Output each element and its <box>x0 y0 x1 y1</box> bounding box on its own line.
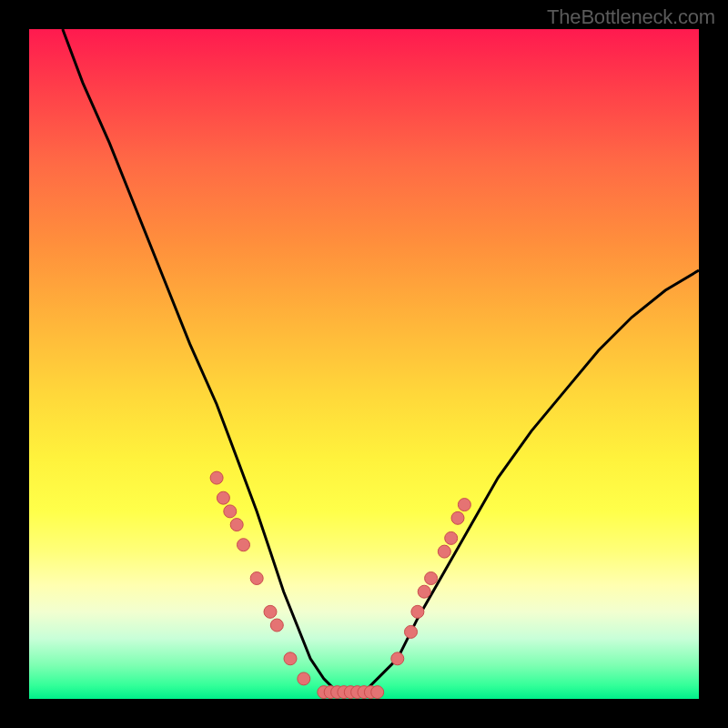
bottleneck-curve-path <box>63 29 699 693</box>
marker-dot <box>284 652 297 665</box>
marker-dot <box>411 605 424 618</box>
plot-area <box>29 29 699 699</box>
marker-dot <box>445 531 458 544</box>
marker-dot <box>298 672 310 685</box>
bottleneck-curve-svg <box>29 29 699 699</box>
attribution-label: TheBottleneck.com <box>547 5 715 29</box>
marker-dot <box>270 619 283 632</box>
marker-dot <box>451 511 464 524</box>
marker-dot <box>250 572 263 585</box>
marker-dot <box>425 572 438 585</box>
marker-dot <box>238 539 250 551</box>
data-markers <box>210 471 470 699</box>
marker-dot <box>230 519 243 531</box>
marker-dot <box>391 652 404 665</box>
marker-dot <box>264 605 277 618</box>
marker-dot <box>371 686 384 699</box>
marker-dot <box>210 471 223 484</box>
marker-dot <box>458 499 470 511</box>
marker-dot <box>418 585 430 598</box>
chart-frame: TheBottleneck.com <box>0 0 728 728</box>
marker-dot <box>217 491 229 504</box>
marker-dot <box>405 625 418 638</box>
marker-dot <box>224 505 237 518</box>
marker-dot <box>438 545 450 558</box>
